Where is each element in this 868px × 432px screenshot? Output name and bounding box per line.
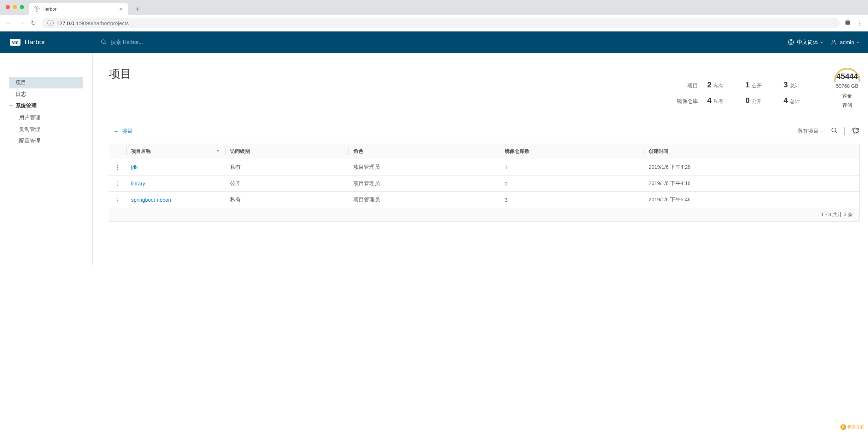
- app-header: vm Harbor 搜索 Harbor... 中文简体 ▾ admin ▾: [0, 31, 868, 53]
- language-switcher[interactable]: 中文简体 ▾: [788, 39, 823, 46]
- reload-button[interactable]: ↻: [30, 19, 37, 27]
- table-row[interactable]: ⋮jdk私有项目管理员12019/1/6 下午4:28: [109, 159, 859, 175]
- sidebar-item-users[interactable]: 用户管理: [9, 112, 83, 123]
- sidebar-item-replication[interactable]: 复制管理: [9, 123, 83, 135]
- page-header-row: 项目 项目 2私有 1公开 3总计 镜像仓库 4私有 0公开 4总计: [109, 66, 862, 109]
- sidebar-item-logs[interactable]: 日志: [9, 88, 83, 100]
- main-content: 项目 项目 2私有 1公开 3总计 镜像仓库 4私有 0公开 4总计: [93, 53, 868, 265]
- sidebar-item-configuration[interactable]: 配置管理: [9, 135, 83, 147]
- cell-repos: 1: [500, 159, 644, 175]
- col-role[interactable]: 角色: [348, 144, 500, 159]
- stat-repos-total: 4总计: [784, 96, 815, 105]
- stats-row-label: 镜像仓库: [677, 98, 701, 105]
- col-repo-count[interactable]: 镜像仓库数: [500, 144, 644, 159]
- storage-block: 45444 59768 GB 容量 存储: [833, 66, 862, 109]
- table-search-button[interactable]: [831, 127, 838, 135]
- cell-created: 2019/1/6 下午4:16: [644, 175, 859, 192]
- svg-line-6: [835, 132, 837, 133]
- row-menu-button[interactable]: ⋮: [109, 175, 126, 192]
- sidebar-item-projects[interactable]: 项目: [9, 77, 83, 88]
- storage-storage-label: 存储: [833, 102, 862, 109]
- col-name[interactable]: 项目名称 ▼: [126, 144, 225, 159]
- chevron-down-icon: ﹀: [9, 103, 13, 109]
- col-created[interactable]: 创建时间: [644, 144, 859, 159]
- stat-projects-public: 1公开: [745, 80, 777, 90]
- projects-table: 项目名称 ▼ 访问级别 角色 镜像仓库数 创建时间 ⋮jdk私有项目管理员120…: [109, 144, 860, 222]
- svg-point-0: [101, 40, 105, 44]
- svg-line-1: [105, 43, 106, 45]
- vm-logo-icon: vm: [10, 39, 20, 46]
- storage-capacity-label: 容量: [833, 93, 862, 99]
- page-title: 项目: [109, 66, 677, 82]
- search-icon: [101, 39, 107, 45]
- new-tab-button[interactable]: +: [133, 4, 143, 15]
- language-label: 中文简体: [797, 39, 818, 46]
- cell-access: 私有: [225, 192, 348, 208]
- plus-icon: ＋: [113, 127, 119, 135]
- project-link[interactable]: jdk: [131, 165, 138, 170]
- sidebar-group-system[interactable]: ﹀ 系统管理: [9, 100, 83, 112]
- cell-role: 项目管理员: [348, 159, 500, 175]
- sidebar: 项目 日志 ﹀ 系统管理 用户管理 复制管理 配置管理: [0, 53, 93, 265]
- stat-repos-public: 0公开: [745, 96, 777, 105]
- browser-chrome: ⦿ Harbor × + ← → ↻ i 127.0.0.1:9090/harb…: [0, 0, 868, 31]
- new-project-label: 项目: [122, 128, 133, 134]
- browser-menu-button[interactable]: ⋮: [856, 19, 862, 27]
- new-project-button[interactable]: ＋ 项目: [109, 125, 137, 137]
- tab-title: Harbor: [42, 6, 115, 12]
- filter-icon[interactable]: ▼: [216, 148, 220, 153]
- url-text: 127.0.0.1:9090/harbor/projects: [57, 20, 129, 26]
- stats-divider: [824, 84, 824, 105]
- content-wrap: 项目 日志 ﹀ 系统管理 用户管理 复制管理 配置管理 项目 项目 2私有 1公…: [0, 53, 868, 265]
- col-access[interactable]: 访问级别: [225, 144, 348, 159]
- sidebar-item-label: 复制管理: [19, 126, 40, 133]
- cell-created: 2019/1/6 下午5:46: [644, 192, 859, 208]
- global-search[interactable]: 搜索 Harbor...: [92, 39, 779, 46]
- stats-grid: 项目 2私有 1公开 3总计 镜像仓库 4私有 0公开 4总计: [677, 80, 815, 105]
- table-row[interactable]: ⋮springboot-ribbon私有项目管理员32019/1/6 下午5:4…: [109, 192, 859, 208]
- extension-icon[interactable]: [845, 19, 851, 27]
- sidebar-item-label: 项目: [16, 79, 26, 86]
- search-placeholder: 搜索 Harbor...: [111, 39, 143, 46]
- back-button[interactable]: ←: [6, 19, 13, 27]
- stat-projects-private: 2私有: [707, 80, 739, 90]
- row-menu-button[interactable]: ⋮: [109, 159, 126, 175]
- browser-toolbar: ← → ↻ i 127.0.0.1:9090/harbor/projects ⋮: [0, 15, 868, 31]
- stats-row-label: 项目: [677, 82, 701, 89]
- favicon-icon: ⦿: [34, 6, 40, 12]
- user-menu[interactable]: admin ▾: [831, 39, 859, 45]
- table-refresh-button[interactable]: [851, 127, 860, 135]
- stat-repos-private: 4私有: [707, 96, 739, 105]
- header-right: 中文简体 ▾ admin ▾: [779, 39, 868, 46]
- table-row[interactable]: ⋮library公开项目管理员02019/1/6 下午4:16: [109, 175, 859, 192]
- chevron-down-icon: ▾: [821, 40, 823, 44]
- row-menu-button[interactable]: ⋮: [109, 192, 126, 208]
- svg-point-4: [833, 40, 835, 42]
- table-toolbar: ＋ 项目 所有项目 ⌄: [109, 125, 860, 137]
- storage-used: 45444: [833, 72, 862, 81]
- project-filter-select[interactable]: 所有项目 ⌄: [797, 126, 825, 136]
- cell-role: 项目管理员: [348, 192, 500, 208]
- project-link[interactable]: library: [131, 181, 145, 186]
- window-close-button[interactable]: [6, 5, 10, 9]
- site-info-icon[interactable]: i: [47, 20, 54, 26]
- window-controls: [6, 5, 24, 9]
- url-bar[interactable]: i 127.0.0.1:9090/harbor/projects: [42, 18, 840, 28]
- brand[interactable]: vm Harbor: [0, 38, 92, 46]
- window-minimize-button[interactable]: [13, 5, 17, 9]
- stats-summary: 项目 2私有 1公开 3总计 镜像仓库 4私有 0公开 4总计 45444: [677, 66, 862, 109]
- chevron-down-icon: ⌄: [821, 129, 824, 133]
- cell-repos: 0: [500, 175, 644, 192]
- col-actions: [109, 144, 126, 159]
- sidebar-item-label: 配置管理: [19, 138, 40, 144]
- globe-icon: [788, 39, 794, 45]
- tab-close-button[interactable]: ×: [118, 6, 124, 12]
- table-header-row: 项目名称 ▼ 访问级别 角色 镜像仓库数 创建时间: [109, 144, 859, 159]
- toolbar-divider: [844, 127, 845, 135]
- browser-tab[interactable]: ⦿ Harbor ×: [29, 3, 128, 15]
- storage-gauge: 45444: [833, 68, 862, 82]
- forward-button[interactable]: →: [18, 19, 25, 27]
- cell-access: 公开: [225, 175, 348, 192]
- project-link[interactable]: springboot-ribbon: [131, 197, 171, 203]
- window-maximize-button[interactable]: [20, 5, 24, 9]
